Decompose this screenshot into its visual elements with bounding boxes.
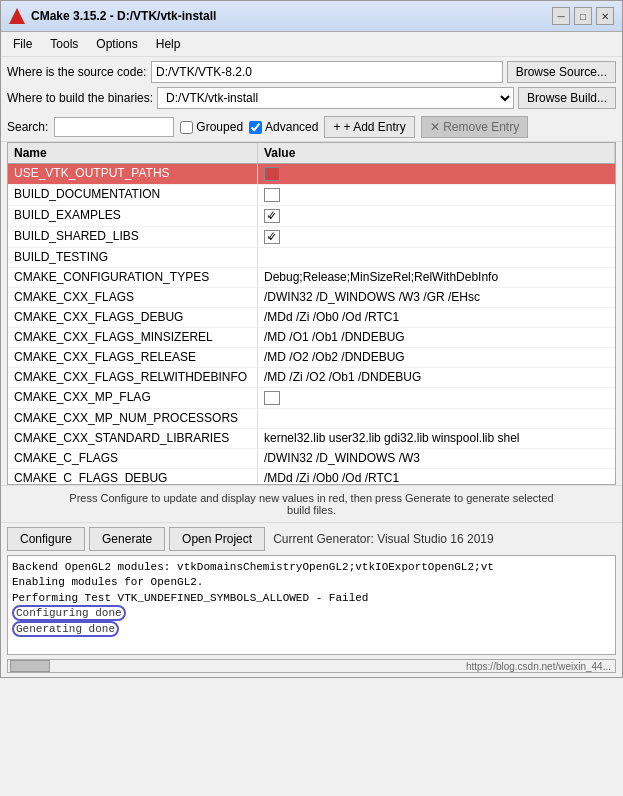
table-row[interactable]: CMAKE_C_FLAGS_DEBUG/MDd /Zi /Ob0 /Od /RT… bbox=[8, 469, 615, 484]
cell-name: CMAKE_CXX_FLAGS_RELEASE bbox=[8, 348, 258, 367]
table-row[interactable]: BUILD_TESTING bbox=[8, 248, 615, 268]
log-area[interactable]: Backend OpenGL2 modules: vtkDomainsChemi… bbox=[7, 555, 616, 655]
menu-file[interactable]: File bbox=[5, 35, 40, 53]
cell-name: CMAKE_CXX_STANDARD_LIBRARIES bbox=[8, 429, 258, 448]
table-row[interactable]: BUILD_DOCUMENTATION bbox=[8, 185, 615, 206]
title-bar: CMake 3.15.2 - D:/VTK/vtk-install ─ □ ✕ bbox=[1, 1, 622, 32]
table-row[interactable]: CMAKE_CXX_FLAGS_RELEASE/MD /O2 /Ob2 /DND… bbox=[8, 348, 615, 368]
grouped-checkbox-label[interactable]: Grouped bbox=[180, 120, 243, 134]
table-row[interactable]: CMAKE_C_FLAGS/DWIN32 /D_WINDOWS /W3 bbox=[8, 449, 615, 469]
table-row[interactable]: CMAKE_CXX_FLAGS_MINSIZEREL/MD /O1 /Ob1 /… bbox=[8, 328, 615, 348]
table-header: Name Value bbox=[8, 143, 615, 164]
open-project-button[interactable]: Open Project bbox=[169, 527, 265, 551]
table-row[interactable]: CMAKE_CXX_MP_FLAG bbox=[8, 388, 615, 409]
generator-label: Current Generator: Visual Studio 16 2019 bbox=[273, 532, 494, 546]
cell-name: CMAKE_CXX_FLAGS bbox=[8, 288, 258, 307]
build-select[interactable]: D:/VTK/vtk-install bbox=[157, 87, 514, 109]
cell-value: ✓ bbox=[258, 227, 615, 247]
search-row: Search: Grouped Advanced + + Add Entry ✕… bbox=[1, 113, 622, 142]
cell-value: ✓ bbox=[258, 206, 615, 226]
cell-name: BUILD_DOCUMENTATION bbox=[8, 185, 258, 205]
cell-name: CMAKE_C_FLAGS_DEBUG bbox=[8, 469, 258, 484]
cell-name: CMAKE_CXX_FLAGS_RELWITHDEBINFO bbox=[8, 368, 258, 387]
add-entry-label: + Add Entry bbox=[343, 120, 405, 134]
menu-tools[interactable]: Tools bbox=[42, 35, 86, 53]
cell-value bbox=[258, 409, 615, 428]
title-bar-left: CMake 3.15.2 - D:/VTK/vtk-install bbox=[9, 8, 216, 24]
table-row[interactable]: CMAKE_CXX_MP_NUM_PROCESSORS bbox=[8, 409, 615, 429]
build-row: Where to build the binaries: D:/VTK/vtk-… bbox=[7, 87, 616, 109]
advanced-checkbox-label[interactable]: Advanced bbox=[249, 120, 318, 134]
url-text: https://blog.csdn.net/weixin_44... bbox=[466, 661, 611, 672]
log-line: Generating done bbox=[12, 622, 611, 637]
col-header-value: Value bbox=[258, 143, 615, 163]
cell-name: CMAKE_CXX_MP_FLAG bbox=[8, 388, 258, 408]
cell-value bbox=[258, 164, 615, 184]
toolbar: Where is the source code: Browse Source.… bbox=[1, 57, 622, 113]
cell-name: CMAKE_CXX_FLAGS_DEBUG bbox=[8, 308, 258, 327]
advanced-label: Advanced bbox=[265, 120, 318, 134]
log-line: Enabling modules for OpenGL2. bbox=[12, 575, 611, 590]
generate-button[interactable]: Generate bbox=[89, 527, 165, 551]
window-title: CMake 3.15.2 - D:/VTK/vtk-install bbox=[31, 9, 216, 23]
close-button[interactable]: ✕ bbox=[596, 7, 614, 25]
cell-name: BUILD_EXAMPLES bbox=[8, 206, 258, 226]
table-row[interactable]: USE_VTK_OUTPUT_PATHS bbox=[8, 164, 615, 185]
table-row[interactable]: CMAKE_CXX_STANDARD_LIBRARIESkernel32.lib… bbox=[8, 429, 615, 449]
cell-value: /DWIN32 /D_WINDOWS /W3 bbox=[258, 449, 615, 468]
cell-value bbox=[258, 388, 615, 408]
browse-source-button[interactable]: Browse Source... bbox=[507, 61, 616, 83]
cell-value bbox=[258, 248, 615, 267]
source-input[interactable] bbox=[151, 61, 503, 83]
cell-value: /MD /Zi /O2 /Ob1 /DNDEBUG bbox=[258, 368, 615, 387]
advanced-checkbox[interactable] bbox=[249, 121, 262, 134]
cell-name: BUILD_SHARED_LIBS bbox=[8, 227, 258, 247]
menu-options[interactable]: Options bbox=[88, 35, 145, 53]
scroll-thumb[interactable] bbox=[10, 660, 50, 672]
info-text: Press Configure to update and display ne… bbox=[1, 485, 622, 522]
menu-bar: File Tools Options Help bbox=[1, 32, 622, 57]
cell-name: CMAKE_CONFIGURATION_TYPES bbox=[8, 268, 258, 287]
cmake-icon bbox=[9, 8, 25, 24]
log-line: Backend OpenGL2 modules: vtkDomainsChemi… bbox=[12, 560, 611, 575]
table-row[interactable]: CMAKE_CONFIGURATION_TYPESDebug;Release;M… bbox=[8, 268, 615, 288]
window-controls: ─ □ ✕ bbox=[552, 7, 614, 25]
cell-name: CMAKE_CXX_MP_NUM_PROCESSORS bbox=[8, 409, 258, 428]
cell-value: Debug;Release;MinSizeRel;RelWithDebInfo bbox=[258, 268, 615, 287]
log-line: Configuring done bbox=[12, 606, 611, 621]
add-entry-button[interactable]: + + Add Entry bbox=[324, 116, 414, 138]
add-entry-icon: + bbox=[333, 120, 340, 134]
search-label: Search: bbox=[7, 120, 48, 134]
cell-value: /MDd /Zi /Ob0 /Od /RTC1 bbox=[258, 469, 615, 484]
search-input[interactable] bbox=[54, 117, 174, 137]
cmake-table: Name Value USE_VTK_OUTPUT_PATHSBUILD_DOC… bbox=[7, 142, 616, 485]
browse-build-button[interactable]: Browse Build... bbox=[518, 87, 616, 109]
bottom-scrollbar[interactable]: https://blog.csdn.net/weixin_44... bbox=[7, 659, 616, 673]
table-row[interactable]: BUILD_EXAMPLES✓ bbox=[8, 206, 615, 227]
build-label: Where to build the binaries: bbox=[7, 91, 153, 105]
cell-name: CMAKE_C_FLAGS bbox=[8, 449, 258, 468]
table-row[interactable]: CMAKE_CXX_FLAGS/DWIN32 /D_WINDOWS /W3 /G… bbox=[8, 288, 615, 308]
cell-value: /MD /O2 /Ob2 /DNDEBUG bbox=[258, 348, 615, 367]
grouped-label: Grouped bbox=[196, 120, 243, 134]
configure-button[interactable]: Configure bbox=[7, 527, 85, 551]
table-body[interactable]: USE_VTK_OUTPUT_PATHSBUILD_DOCUMENTATIONB… bbox=[8, 164, 615, 484]
table-row[interactable]: CMAKE_CXX_FLAGS_DEBUG/MDd /Zi /Ob0 /Od /… bbox=[8, 308, 615, 328]
cell-name: CMAKE_CXX_FLAGS_MINSIZEREL bbox=[8, 328, 258, 347]
cell-value: /MDd /Zi /Ob0 /Od /RTC1 bbox=[258, 308, 615, 327]
remove-entry-button[interactable]: ✕ Remove Entry bbox=[421, 116, 528, 138]
bottom-buttons: Configure Generate Open Project Current … bbox=[1, 522, 622, 555]
maximize-button[interactable]: □ bbox=[574, 7, 592, 25]
cell-name: BUILD_TESTING bbox=[8, 248, 258, 267]
cell-value: /MD /O1 /Ob1 /DNDEBUG bbox=[258, 328, 615, 347]
cell-value bbox=[258, 185, 615, 205]
source-row: Where is the source code: Browse Source.… bbox=[7, 61, 616, 83]
menu-help[interactable]: Help bbox=[148, 35, 189, 53]
cell-value: /DWIN32 /D_WINDOWS /W3 /GR /EHsc bbox=[258, 288, 615, 307]
table-row[interactable]: BUILD_SHARED_LIBS✓ bbox=[8, 227, 615, 248]
cell-name: USE_VTK_OUTPUT_PATHS bbox=[8, 164, 258, 184]
main-window: CMake 3.15.2 - D:/VTK/vtk-install ─ □ ✕ … bbox=[0, 0, 623, 678]
table-row[interactable]: CMAKE_CXX_FLAGS_RELWITHDEBINFO/MD /Zi /O… bbox=[8, 368, 615, 388]
minimize-button[interactable]: ─ bbox=[552, 7, 570, 25]
grouped-checkbox[interactable] bbox=[180, 121, 193, 134]
